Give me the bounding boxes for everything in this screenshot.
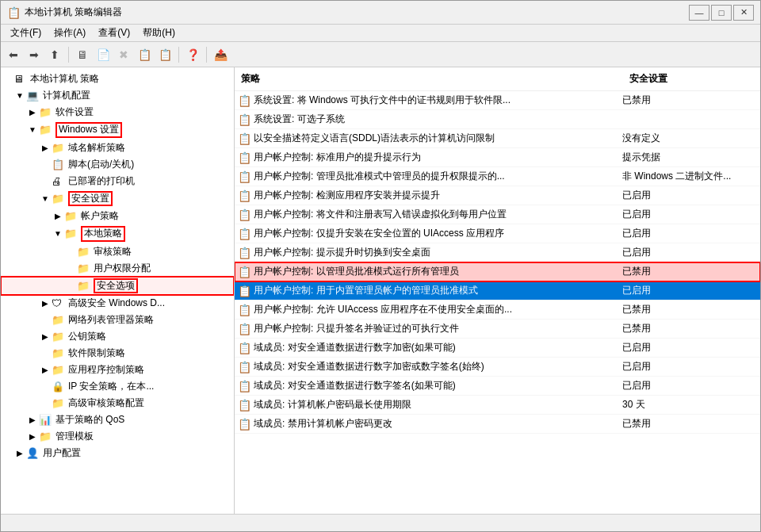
toolbar-sep-1 <box>68 47 69 63</box>
tree-item-bottom-item[interactable]: ▶👤用户配置 <box>1 445 234 461</box>
toolbar-btn-help[interactable]: ❓ <box>183 45 202 64</box>
tree-item-scripts[interactable]: 📋脚本(启动/关机) <box>1 156 234 173</box>
tree-item-advanced-audit[interactable]: 📁高级审核策略配置 <box>1 395 234 411</box>
tree-icon-software-restrict: 📁 <box>52 347 66 359</box>
row-value-r15: 已启用 <box>622 360 760 373</box>
tree-item-network-list[interactable]: 📁网络列表管理器策略 <box>1 312 234 328</box>
tree-label-network-list: 网络列表管理器策略 <box>68 313 154 327</box>
toolbar-btn-copy[interactable]: 📋 <box>135 45 154 64</box>
right-row-r5[interactable]: 📋用户帐户控制: 管理员批准模式中管理员的提升权限提示的...非 Windows… <box>235 167 760 186</box>
tree-icon-computer-config: 💻 <box>26 90 40 101</box>
tree-item-security-options[interactable]: 📁安全选项 <box>1 277 234 296</box>
menu-view[interactable]: 查看(V) <box>92 25 136 41</box>
right-row-r12[interactable]: 📋用户帐户控制: 允许 UIAccess 应用程序在不使用安全桌面的...已禁用 <box>235 300 760 320</box>
tree-item-printer[interactable]: 🖨已部署的打印机 <box>1 173 234 189</box>
window-icon: 📋 <box>7 6 20 19</box>
row-value-r7: 已启用 <box>622 208 760 221</box>
tree-label-admin-templates: 管理模板 <box>55 430 94 443</box>
row-name-r18: 域成员: 禁用计算机帐户密码更改 <box>254 417 622 431</box>
row-value-r10: 已禁用 <box>622 265 760 278</box>
right-row-r8[interactable]: 📋用户帐户控制: 仅提升安装在安全位置的 UIAccess 应用程序已启用 <box>235 224 760 243</box>
tree-container: 🖥本地计算机 策略▼💻计算机配置▶📁软件设置▼📁Windows 设置▶📁域名解析… <box>1 71 234 461</box>
right-row-r6[interactable]: 📋用户帐户控制: 检测应用程序安装并提示提升已启用 <box>235 186 760 205</box>
tree-item-local-computer[interactable]: 🖥本地计算机 策略 <box>1 71 234 87</box>
up-button[interactable]: ⬆ <box>45 45 64 64</box>
forward-button[interactable]: ➡ <box>25 45 44 64</box>
right-row-r4[interactable]: 📋用户帐户控制: 标准用户的提升提示行为提示凭据 <box>235 148 760 167</box>
tree-item-public-key[interactable]: ▶📁公钥策略 <box>1 328 234 345</box>
tree-item-admin-templates[interactable]: ▶📁管理模板 <box>1 428 234 445</box>
close-button[interactable]: ✕ <box>733 5 754 21</box>
tree-item-advanced-fw[interactable]: ▶🛡高级安全 Windows D... <box>1 295 234 312</box>
right-row-r2[interactable]: 📋系统设置: 可选子系统 <box>235 110 760 129</box>
menu-action[interactable]: 操作(A) <box>48 25 92 41</box>
tree-label-security-settings: 安全设置 <box>68 191 113 207</box>
tree-icon-qos: 📊 <box>39 414 53 426</box>
tree-item-software-restrict[interactable]: 📁软件限制策略 <box>1 345 234 362</box>
tree-label-account-policy: 帐户策略 <box>81 209 119 223</box>
right-row-r7[interactable]: 📋用户帐户控制: 将文件和注册表写入错误虚拟化到每用户位置已启用 <box>235 205 760 224</box>
menu-bar: 文件(F) 操作(A) 查看(V) 帮助(H) <box>1 25 760 42</box>
tree-item-user-rights[interactable]: 📁用户权限分配 <box>1 260 234 277</box>
tree-item-software-settings[interactable]: ▶📁软件设置 <box>1 104 234 121</box>
row-value-r16: 已启用 <box>622 379 760 392</box>
tree-icon-admin-templates: 📁 <box>39 431 53 442</box>
tree-label-security-options: 安全选项 <box>94 278 138 294</box>
row-name-r10: 用户帐户控制: 以管理员批准模式运行所有管理员 <box>254 265 622 278</box>
row-icon-r13: 📋 <box>235 323 254 335</box>
right-row-r1[interactable]: 📋系统设置: 将 Windows 可执行文件中的证书规则用于软件限...已禁用 <box>235 91 760 110</box>
tree-label-bottom-item: 用户配置 <box>43 446 81 460</box>
tree-icon-user-rights: 📁 <box>77 262 91 274</box>
tree-icon-advanced-fw: 🛡 <box>52 297 66 309</box>
tree-item-dns[interactable]: ▶📁域名解析策略 <box>1 140 234 156</box>
back-button[interactable]: ⬅ <box>4 45 23 64</box>
toolbar-sep-3 <box>206 47 207 63</box>
right-row-r3[interactable]: 📋以安全描述符定义语言(SDDL)语法表示的计算机访问限制没有定义 <box>235 129 760 148</box>
tree-item-app-control[interactable]: ▶📁应用程序控制策略 <box>1 362 234 378</box>
tree-item-windows-settings[interactable]: ▼📁Windows 设置 <box>1 121 234 140</box>
row-icon-r18: 📋 <box>235 418 254 431</box>
tree-item-ip-security[interactable]: 🔒IP 安全策略，在本... <box>1 378 234 395</box>
right-row-r17[interactable]: 📋域成员: 计算机帐户密码最长使用期限30 天 <box>235 396 760 415</box>
toolbar-btn-export[interactable]: 📤 <box>211 45 230 64</box>
status-bar <box>1 514 760 531</box>
row-value-r4: 提示凭据 <box>622 151 760 164</box>
right-row-r14[interactable]: 📋域成员: 对安全通道数据进行数字加密(如果可能)已启用 <box>235 339 760 358</box>
maximize-button[interactable]: □ <box>711 5 732 21</box>
tree-arrow-account-policy: ▶ <box>52 212 64 220</box>
menu-file[interactable]: 文件(F) <box>4 25 48 41</box>
row-name-r9: 用户帐户控制: 提示提升时切换到安全桌面 <box>254 246 622 259</box>
row-value-r18: 已禁用 <box>622 417 760 431</box>
tree-icon-bottom-item: 👤 <box>26 447 40 459</box>
toolbar-btn-doc[interactable]: 📄 <box>94 45 113 64</box>
tree-arrow-windows-settings: ▼ <box>26 125 39 134</box>
right-row-r16[interactable]: 📋域成员: 对安全通道数据进行数字签名(如果可能)已启用 <box>235 377 760 396</box>
menu-help[interactable]: 帮助(H) <box>136 25 182 41</box>
tree-icon-audit-policy: 📁 <box>77 246 91 258</box>
tree-item-local-policy[interactable]: ▼📁本地策略 <box>1 224 234 243</box>
tree-item-qos[interactable]: ▶📊基于策略的 QoS <box>1 411 234 428</box>
right-row-r13[interactable]: 📋用户帐户控制: 只提升签名并验证过的可执行文件已禁用 <box>235 320 760 339</box>
tree-label-printer: 已部署的打印机 <box>68 174 135 188</box>
row-name-r4: 用户帐户控制: 标准用户的提升提示行为 <box>254 151 622 164</box>
row-value-r12: 已禁用 <box>622 303 760 316</box>
right-row-r10[interactable]: 📋用户帐户控制: 以管理员批准模式运行所有管理员已禁用 <box>235 262 760 281</box>
right-row-r9[interactable]: 📋用户帐户控制: 提示提升时切换到安全桌面已启用 <box>235 243 760 262</box>
tree-item-computer-config[interactable]: ▼💻计算机配置 <box>1 87 234 104</box>
toolbar-btn-paste[interactable]: 📋 <box>155 45 174 64</box>
right-row-r11[interactable]: 📋用户帐户控制: 用于内置管理员帐户的管理员批准模式已启用 <box>235 281 760 300</box>
tree-arrow-security-settings: ▼ <box>39 194 52 203</box>
right-row-r18[interactable]: 📋域成员: 禁用计算机帐户密码更改已禁用 <box>235 415 760 434</box>
tree-icon-scripts: 📋 <box>52 159 66 170</box>
toolbar-btn-close[interactable]: ✖ <box>114 45 133 64</box>
tree-label-app-control: 应用程序控制策略 <box>68 363 144 377</box>
tree-item-audit-policy[interactable]: 📁审核策略 <box>1 243 234 260</box>
tree-label-advanced-audit: 高级审核策略配置 <box>68 396 144 410</box>
tree-arrow-admin-templates: ▶ <box>26 432 39 441</box>
tree-item-account-policy[interactable]: ▶📁帐户策略 <box>1 208 234 224</box>
right-row-r15[interactable]: 📋域成员: 对安全通道数据进行数字加密或数字签名(始终)已启用 <box>235 358 760 377</box>
toolbar-btn-computer[interactable]: 🖥 <box>73 45 92 64</box>
minimize-button[interactable]: — <box>689 5 709 21</box>
right-panel-header: 策略 安全设置 <box>235 67 760 91</box>
tree-item-security-settings[interactable]: ▼📁安全设置 <box>1 189 234 209</box>
